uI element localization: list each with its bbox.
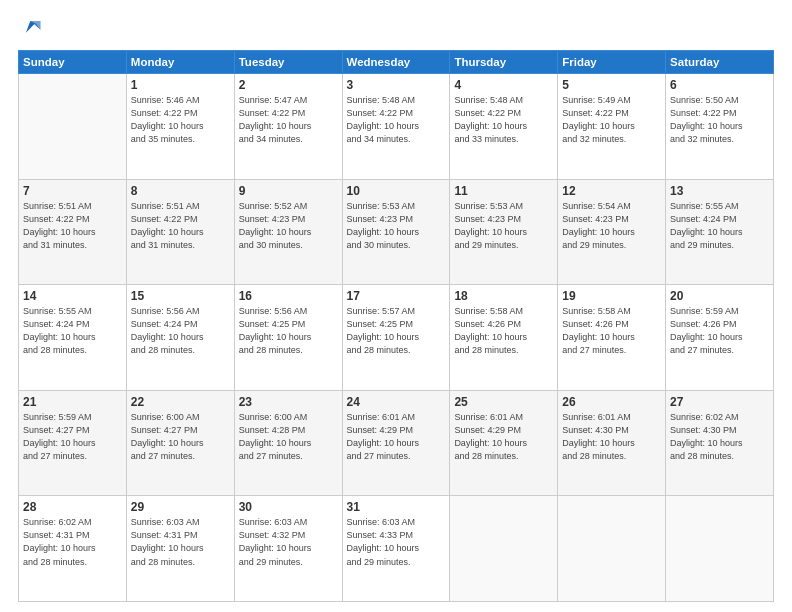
header bbox=[18, 18, 774, 40]
calendar-cell: 14Sunrise: 5:55 AM Sunset: 4:24 PM Dayli… bbox=[19, 285, 127, 391]
calendar-cell: 2Sunrise: 5:47 AM Sunset: 4:22 PM Daylig… bbox=[234, 74, 342, 180]
day-info: Sunrise: 5:49 AM Sunset: 4:22 PM Dayligh… bbox=[562, 94, 661, 146]
day-info: Sunrise: 5:51 AM Sunset: 4:22 PM Dayligh… bbox=[131, 200, 230, 252]
day-info: Sunrise: 6:01 AM Sunset: 4:29 PM Dayligh… bbox=[347, 411, 446, 463]
day-number: 8 bbox=[131, 184, 230, 198]
calendar-table: SundayMondayTuesdayWednesdayThursdayFrid… bbox=[18, 50, 774, 602]
day-number: 9 bbox=[239, 184, 338, 198]
day-info: Sunrise: 5:55 AM Sunset: 4:24 PM Dayligh… bbox=[670, 200, 769, 252]
day-number: 28 bbox=[23, 500, 122, 514]
day-number: 30 bbox=[239, 500, 338, 514]
day-info: Sunrise: 5:58 AM Sunset: 4:26 PM Dayligh… bbox=[562, 305, 661, 357]
calendar-cell: 29Sunrise: 6:03 AM Sunset: 4:31 PM Dayli… bbox=[126, 496, 234, 602]
day-number: 13 bbox=[670, 184, 769, 198]
day-info: Sunrise: 5:56 AM Sunset: 4:24 PM Dayligh… bbox=[131, 305, 230, 357]
page: SundayMondayTuesdayWednesdayThursdayFrid… bbox=[0, 0, 792, 612]
calendar-week-row: 21Sunrise: 5:59 AM Sunset: 4:27 PM Dayli… bbox=[19, 390, 774, 496]
day-info: Sunrise: 6:00 AM Sunset: 4:27 PM Dayligh… bbox=[131, 411, 230, 463]
day-info: Sunrise: 5:55 AM Sunset: 4:24 PM Dayligh… bbox=[23, 305, 122, 357]
day-number: 4 bbox=[454, 78, 553, 92]
day-number: 22 bbox=[131, 395, 230, 409]
calendar-cell: 3Sunrise: 5:48 AM Sunset: 4:22 PM Daylig… bbox=[342, 74, 450, 180]
calendar-cell bbox=[558, 496, 666, 602]
weekday-header-row: SundayMondayTuesdayWednesdayThursdayFrid… bbox=[19, 51, 774, 74]
day-number: 29 bbox=[131, 500, 230, 514]
day-info: Sunrise: 5:57 AM Sunset: 4:25 PM Dayligh… bbox=[347, 305, 446, 357]
weekday-header-sunday: Sunday bbox=[19, 51, 127, 74]
calendar-cell: 28Sunrise: 6:02 AM Sunset: 4:31 PM Dayli… bbox=[19, 496, 127, 602]
calendar-cell: 24Sunrise: 6:01 AM Sunset: 4:29 PM Dayli… bbox=[342, 390, 450, 496]
calendar-cell: 17Sunrise: 5:57 AM Sunset: 4:25 PM Dayli… bbox=[342, 285, 450, 391]
day-number: 3 bbox=[347, 78, 446, 92]
weekday-header-thursday: Thursday bbox=[450, 51, 558, 74]
day-info: Sunrise: 6:01 AM Sunset: 4:30 PM Dayligh… bbox=[562, 411, 661, 463]
day-info: Sunrise: 5:59 AM Sunset: 4:26 PM Dayligh… bbox=[670, 305, 769, 357]
day-number: 1 bbox=[131, 78, 230, 92]
calendar-cell: 22Sunrise: 6:00 AM Sunset: 4:27 PM Dayli… bbox=[126, 390, 234, 496]
day-info: Sunrise: 5:52 AM Sunset: 4:23 PM Dayligh… bbox=[239, 200, 338, 252]
day-number: 27 bbox=[670, 395, 769, 409]
calendar-cell: 20Sunrise: 5:59 AM Sunset: 4:26 PM Dayli… bbox=[666, 285, 774, 391]
calendar-cell: 15Sunrise: 5:56 AM Sunset: 4:24 PM Dayli… bbox=[126, 285, 234, 391]
day-number: 21 bbox=[23, 395, 122, 409]
weekday-header-tuesday: Tuesday bbox=[234, 51, 342, 74]
day-number: 16 bbox=[239, 289, 338, 303]
day-number: 18 bbox=[454, 289, 553, 303]
day-info: Sunrise: 6:01 AM Sunset: 4:29 PM Dayligh… bbox=[454, 411, 553, 463]
day-number: 10 bbox=[347, 184, 446, 198]
day-info: Sunrise: 5:53 AM Sunset: 4:23 PM Dayligh… bbox=[454, 200, 553, 252]
calendar-cell: 8Sunrise: 5:51 AM Sunset: 4:22 PM Daylig… bbox=[126, 179, 234, 285]
calendar-cell: 13Sunrise: 5:55 AM Sunset: 4:24 PM Dayli… bbox=[666, 179, 774, 285]
calendar-cell: 31Sunrise: 6:03 AM Sunset: 4:33 PM Dayli… bbox=[342, 496, 450, 602]
day-number: 25 bbox=[454, 395, 553, 409]
day-info: Sunrise: 6:03 AM Sunset: 4:31 PM Dayligh… bbox=[131, 516, 230, 568]
day-number: 31 bbox=[347, 500, 446, 514]
calendar-cell: 7Sunrise: 5:51 AM Sunset: 4:22 PM Daylig… bbox=[19, 179, 127, 285]
calendar-cell: 11Sunrise: 5:53 AM Sunset: 4:23 PM Dayli… bbox=[450, 179, 558, 285]
day-number: 20 bbox=[670, 289, 769, 303]
calendar-week-row: 14Sunrise: 5:55 AM Sunset: 4:24 PM Dayli… bbox=[19, 285, 774, 391]
calendar-week-row: 28Sunrise: 6:02 AM Sunset: 4:31 PM Dayli… bbox=[19, 496, 774, 602]
day-info: Sunrise: 5:48 AM Sunset: 4:22 PM Dayligh… bbox=[347, 94, 446, 146]
calendar-cell: 26Sunrise: 6:01 AM Sunset: 4:30 PM Dayli… bbox=[558, 390, 666, 496]
calendar-cell: 23Sunrise: 6:00 AM Sunset: 4:28 PM Dayli… bbox=[234, 390, 342, 496]
calendar-cell: 12Sunrise: 5:54 AM Sunset: 4:23 PM Dayli… bbox=[558, 179, 666, 285]
calendar-cell: 27Sunrise: 6:02 AM Sunset: 4:30 PM Dayli… bbox=[666, 390, 774, 496]
calendar-cell: 19Sunrise: 5:58 AM Sunset: 4:26 PM Dayli… bbox=[558, 285, 666, 391]
day-info: Sunrise: 5:51 AM Sunset: 4:22 PM Dayligh… bbox=[23, 200, 122, 252]
day-info: Sunrise: 5:50 AM Sunset: 4:22 PM Dayligh… bbox=[670, 94, 769, 146]
logo bbox=[18, 18, 42, 40]
calendar-week-row: 7Sunrise: 5:51 AM Sunset: 4:22 PM Daylig… bbox=[19, 179, 774, 285]
day-number: 14 bbox=[23, 289, 122, 303]
day-number: 7 bbox=[23, 184, 122, 198]
day-number: 5 bbox=[562, 78, 661, 92]
day-number: 26 bbox=[562, 395, 661, 409]
day-info: Sunrise: 5:54 AM Sunset: 4:23 PM Dayligh… bbox=[562, 200, 661, 252]
calendar-cell bbox=[666, 496, 774, 602]
calendar-week-row: 1Sunrise: 5:46 AM Sunset: 4:22 PM Daylig… bbox=[19, 74, 774, 180]
day-number: 15 bbox=[131, 289, 230, 303]
day-number: 6 bbox=[670, 78, 769, 92]
calendar-cell: 25Sunrise: 6:01 AM Sunset: 4:29 PM Dayli… bbox=[450, 390, 558, 496]
calendar-cell: 18Sunrise: 5:58 AM Sunset: 4:26 PM Dayli… bbox=[450, 285, 558, 391]
calendar-cell: 21Sunrise: 5:59 AM Sunset: 4:27 PM Dayli… bbox=[19, 390, 127, 496]
day-number: 24 bbox=[347, 395, 446, 409]
day-number: 23 bbox=[239, 395, 338, 409]
weekday-header-saturday: Saturday bbox=[666, 51, 774, 74]
weekday-header-monday: Monday bbox=[126, 51, 234, 74]
day-info: Sunrise: 5:58 AM Sunset: 4:26 PM Dayligh… bbox=[454, 305, 553, 357]
calendar-cell bbox=[450, 496, 558, 602]
day-info: Sunrise: 6:03 AM Sunset: 4:32 PM Dayligh… bbox=[239, 516, 338, 568]
day-info: Sunrise: 5:48 AM Sunset: 4:22 PM Dayligh… bbox=[454, 94, 553, 146]
day-info: Sunrise: 5:46 AM Sunset: 4:22 PM Dayligh… bbox=[131, 94, 230, 146]
calendar-cell: 4Sunrise: 5:48 AM Sunset: 4:22 PM Daylig… bbox=[450, 74, 558, 180]
weekday-header-friday: Friday bbox=[558, 51, 666, 74]
logo-icon bbox=[20, 18, 42, 40]
calendar-cell: 30Sunrise: 6:03 AM Sunset: 4:32 PM Dayli… bbox=[234, 496, 342, 602]
day-number: 2 bbox=[239, 78, 338, 92]
day-number: 12 bbox=[562, 184, 661, 198]
day-info: Sunrise: 5:56 AM Sunset: 4:25 PM Dayligh… bbox=[239, 305, 338, 357]
day-info: Sunrise: 6:03 AM Sunset: 4:33 PM Dayligh… bbox=[347, 516, 446, 568]
day-number: 17 bbox=[347, 289, 446, 303]
calendar-cell bbox=[19, 74, 127, 180]
